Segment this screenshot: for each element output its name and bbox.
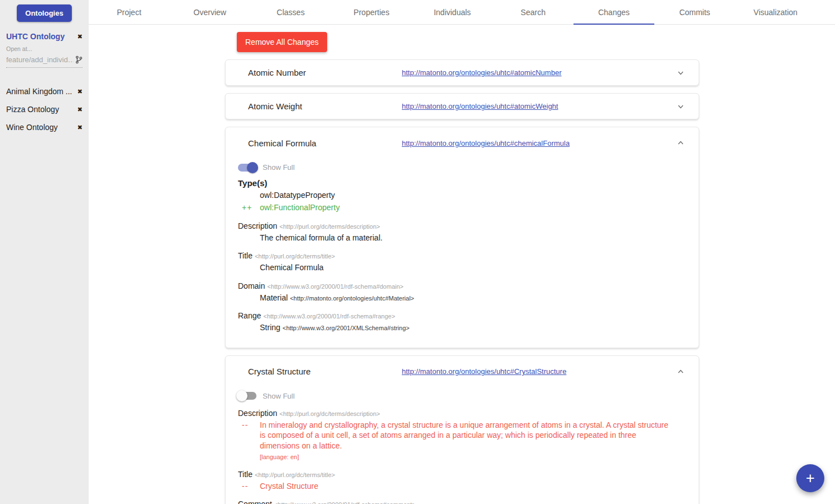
tab-bar: ProjectOverviewClassesPropertiesIndividu… <box>89 0 835 25</box>
statement: owl:DatatypeProperty <box>238 190 676 200</box>
show-full-toggle[interactable] <box>238 164 256 172</box>
change-entity-title: Crystal Structure <box>248 367 402 376</box>
statement-section: Range<http://www.w3.org/2000/01/rdf-sche… <box>238 311 676 332</box>
close-icon[interactable]: ✖ <box>77 34 82 40</box>
diff-marker: -- <box>238 481 260 491</box>
tab-classes[interactable]: Classes <box>250 0 331 24</box>
predicate-row: Range<http://www.w3.org/2000/01/rdf-sche… <box>238 311 676 320</box>
toggle-knob <box>236 390 247 401</box>
change-card-header[interactable]: Crystal Structurehttp://matonto.org/onto… <box>226 356 699 387</box>
changes-page: Remove All Changes Atomic Numberhttp://m… <box>89 25 835 504</box>
change-cards: Atomic Numberhttp://matonto.org/ontologi… <box>225 59 699 504</box>
chevron-down-icon <box>676 102 685 111</box>
language-annotation: [language: en] <box>260 453 676 461</box>
open-at-label: Open at... <box>6 45 82 52</box>
predicate-label: Title <box>238 251 253 260</box>
predicate-row: Title<http://purl.org/dc/terms/title> <box>238 251 676 260</box>
predicate-iri: <http://purl.org/dc/terms/title> <box>255 253 335 260</box>
diff-marker: ++ <box>238 202 260 212</box>
statement: Chemical Formula <box>238 262 676 272</box>
show-full-toggle[interactable] <box>238 392 256 400</box>
object-iri: <http://www.w3.org/2001/XMLSchema#string… <box>282 325 409 331</box>
closed-ontologies-list: Animal Kingdom ...✖Pizza Ontology✖Wine O… <box>0 82 89 136</box>
entity-iri-link[interactable]: http://matonto.org/ontologies/uhtc#chemi… <box>402 139 570 147</box>
chevron-down-icon <box>676 68 685 77</box>
diff-marker <box>238 293 260 303</box>
show-full-label: Show Full <box>263 392 295 400</box>
statement-section: Title<http://purl.org/dc/terms/title>--C… <box>238 470 676 491</box>
diff-marker <box>238 262 260 272</box>
show-full-row: Show Full <box>238 163 676 172</box>
open-ontology-name[interactable]: UHTC Ontology <box>6 32 65 41</box>
statement-value: String <http://www.w3.org/2001/XMLSchema… <box>260 322 676 332</box>
predicate-row: Comment<http://www.w3.org/2000/01/rdf-sc… <box>238 500 676 504</box>
sidebar-item-animal-kingdom[interactable]: Animal Kingdom ...✖ <box>0 82 89 100</box>
predicate-row: Description<http://purl.org/dc/terms/des… <box>238 409 676 418</box>
tab-properties[interactable]: Properties <box>331 0 412 24</box>
statement-section: Comment<http://www.w3.org/2000/01/rdf-sc… <box>238 500 676 504</box>
diff-marker <box>238 322 260 332</box>
diff-marker <box>238 190 260 200</box>
expand-button[interactable] <box>674 100 687 113</box>
statement: The chemical formula of a material. <box>238 233 676 243</box>
statement-section: Description<http://purl.org/dc/terms/des… <box>238 409 676 461</box>
collapse-button[interactable] <box>674 365 687 378</box>
change-entity-title: Atomic Weight <box>248 101 402 111</box>
predicate-label: Comment <box>238 500 272 504</box>
entity-iri-link[interactable]: http://matonto.org/ontologies/uhtc#Cryst… <box>402 367 566 376</box>
sidebar-item-pizza-ontology[interactable]: Pizza Ontology✖ <box>0 100 89 118</box>
ontology-name: Animal Kingdom ... <box>6 87 72 96</box>
toggle-knob <box>247 162 258 173</box>
predicate-label: Title <box>238 470 253 479</box>
ontology-name: Wine Ontology <box>6 123 58 132</box>
remove-all-changes-button[interactable]: Remove All Changes <box>237 32 327 52</box>
removed-statement: --In mineralogy and crystallography, a c… <box>238 420 676 461</box>
statement-value: owl:FunctionalProperty <box>260 202 676 212</box>
git-branch-icon <box>75 56 82 64</box>
change-card-header[interactable]: Chemical Formulahttp://matonto.org/ontol… <box>226 127 699 159</box>
tab-individuals[interactable]: Individuals <box>412 0 493 24</box>
expand-button[interactable] <box>674 66 687 80</box>
chevron-up-icon <box>676 367 685 376</box>
change-card-header[interactable]: Atomic Weighthttp://matonto.org/ontologi… <box>226 94 699 119</box>
change-card-body: Show FullType(s)owl:DatatypeProperty++ow… <box>226 163 699 348</box>
predicate-label: Domain <box>238 281 265 290</box>
predicate-iri: <http://www.w3.org/2000/01/rdf-schema#ra… <box>263 313 395 320</box>
entity-iri-link[interactable]: http://matonto.org/ontologies/uhtc#atomi… <box>402 68 562 77</box>
sidebar-item-wine-ontology[interactable]: Wine Ontology✖ <box>0 118 89 136</box>
predicate-row: Title<http://purl.org/dc/terms/title> <box>238 470 676 479</box>
entity-iri-link[interactable]: http://matonto.org/ontologies/uhtc#atomi… <box>402 102 558 110</box>
change-card-header[interactable]: Atomic Numberhttp://matonto.org/ontologi… <box>226 60 699 85</box>
predicate-label: Description <box>238 409 277 418</box>
plus-icon: + <box>806 471 815 486</box>
types-heading: Type(s) <box>238 178 676 188</box>
tab-search[interactable]: Search <box>493 0 574 24</box>
statement: String <http://www.w3.org/2001/XMLSchema… <box>238 322 676 332</box>
object-iri: <http://matonto.org/ontologies/uhtc#Mate… <box>290 295 414 302</box>
statement-value: owl:DatatypeProperty <box>260 190 676 200</box>
change-card-body: Show FullDescription<http://purl.org/dc/… <box>226 392 699 504</box>
tab-project[interactable]: Project <box>89 0 169 24</box>
statement-value: Chemical Formula <box>260 262 676 272</box>
change-card: Atomic Weighthttp://matonto.org/ontologi… <box>225 93 699 119</box>
create-entity-button[interactable]: + <box>796 464 824 492</box>
close-icon[interactable]: ✖ <box>77 107 82 113</box>
close-icon[interactable]: ✖ <box>77 124 82 131</box>
predicate-iri: <http://www.w3.org/2000/01/rdf-schema#do… <box>267 283 403 290</box>
statement-value: The chemical formula of a material. <box>260 233 676 243</box>
predicate-label: Range <box>238 311 261 320</box>
ontology-name: Pizza Ontology <box>6 105 59 114</box>
tab-changes[interactable]: Changes <box>574 0 654 24</box>
chevron-up-icon <box>676 138 685 147</box>
ontologies-button[interactable]: Ontologies <box>17 4 72 22</box>
change-entity-title: Chemical Formula <box>248 138 402 148</box>
tab-visualization[interactable]: Visualization <box>735 0 816 24</box>
tab-commits[interactable]: Commits <box>654 0 735 24</box>
close-icon[interactable]: ✖ <box>77 89 82 95</box>
collapse-button[interactable] <box>674 136 687 150</box>
branch-select[interactable]: feature/add_individ… <box>6 53 82 68</box>
tab-overview[interactable]: Overview <box>169 0 250 24</box>
statement: Material <http://matonto.org/ontologies/… <box>238 293 676 303</box>
statement-section: Title<http://purl.org/dc/terms/title>Che… <box>238 251 676 272</box>
branch-name: feature/add_individ… <box>6 56 74 64</box>
